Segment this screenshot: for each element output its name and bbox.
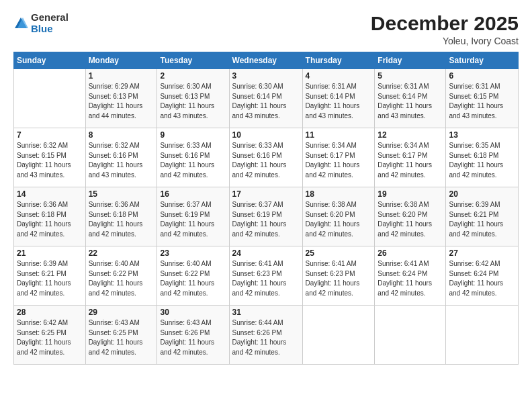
day-number: 23 <box>160 248 226 258</box>
day-info: Sunrise: 6:38 AMSunset: 6:20 PMDaylight:… <box>378 200 443 239</box>
subtitle: Yoleu, Ivory Coast <box>371 36 519 46</box>
day-number: 30 <box>160 308 226 317</box>
day-info: Sunrise: 6:29 AMSunset: 6:13 PMDaylight:… <box>89 82 154 121</box>
calendar-cell: 25Sunrise: 6:41 AMSunset: 6:23 PMDayligh… <box>302 246 375 306</box>
calendar-cell: 21Sunrise: 6:39 AMSunset: 6:21 PMDayligh… <box>14 246 86 306</box>
calendar-cell: 23Sunrise: 6:40 AMSunset: 6:22 PMDayligh… <box>157 246 229 306</box>
title-area: December 2025 Yoleu, Ivory Coast <box>371 12 519 46</box>
day-number: 9 <box>160 130 226 140</box>
logo-text: General Blue <box>31 12 69 34</box>
day-number: 2 <box>160 71 226 81</box>
calendar-cell: 10Sunrise: 6:33 AMSunset: 6:16 PMDayligh… <box>229 128 302 187</box>
main-title: December 2025 <box>371 12 519 34</box>
day-number: 21 <box>17 248 83 258</box>
calendar-cell: 16Sunrise: 6:37 AMSunset: 6:19 PMDayligh… <box>157 187 229 246</box>
day-info: Sunrise: 6:44 AMSunset: 6:26 PMDaylight:… <box>232 318 300 357</box>
day-info: Sunrise: 6:31 AMSunset: 6:14 PMDaylight:… <box>378 82 443 121</box>
calendar-week: 1Sunrise: 6:29 AMSunset: 6:13 PMDaylight… <box>14 69 519 128</box>
logo-general: General <box>31 12 69 24</box>
calendar-cell: 29Sunrise: 6:43 AMSunset: 6:25 PMDayligh… <box>85 306 157 365</box>
day-number: 15 <box>89 189 154 199</box>
calendar-cell: 24Sunrise: 6:41 AMSunset: 6:23 PMDayligh… <box>229 246 302 306</box>
calendar-cell: 31Sunrise: 6:44 AMSunset: 6:26 PMDayligh… <box>229 306 302 365</box>
calendar-cell: 11Sunrise: 6:34 AMSunset: 6:17 PMDayligh… <box>302 128 375 187</box>
day-info: Sunrise: 6:35 AMSunset: 6:18 PMDaylight:… <box>449 141 515 180</box>
header-day: Wednesday <box>229 52 302 69</box>
day-info: Sunrise: 6:38 AMSunset: 6:20 PMDaylight:… <box>306 200 372 239</box>
day-info: Sunrise: 6:34 AMSunset: 6:17 PMDaylight:… <box>306 141 372 180</box>
calendar-header: SundayMondayTuesdayWednesdayThursdayFrid… <box>14 52 519 69</box>
calendar-week: 14Sunrise: 6:36 AMSunset: 6:18 PMDayligh… <box>14 187 519 246</box>
calendar-cell: 4Sunrise: 6:31 AMSunset: 6:14 PMDaylight… <box>302 69 375 128</box>
day-info: Sunrise: 6:42 AMSunset: 6:24 PMDaylight:… <box>449 259 515 298</box>
day-number: 27 <box>449 248 515 258</box>
calendar-cell: 22Sunrise: 6:40 AMSunset: 6:22 PMDayligh… <box>85 246 157 306</box>
header-row: SundayMondayTuesdayWednesdayThursdayFrid… <box>14 52 519 69</box>
day-number: 17 <box>232 189 300 199</box>
calendar-cell: 8Sunrise: 6:32 AMSunset: 6:16 PMDaylight… <box>85 128 157 187</box>
day-number: 14 <box>17 189 83 199</box>
day-number: 18 <box>306 189 372 199</box>
day-info: Sunrise: 6:37 AMSunset: 6:19 PMDaylight:… <box>160 200 226 239</box>
calendar-cell <box>446 306 519 365</box>
day-info: Sunrise: 6:34 AMSunset: 6:17 PMDaylight:… <box>378 141 443 180</box>
day-number: 31 <box>232 308 300 317</box>
day-info: Sunrise: 6:31 AMSunset: 6:15 PMDaylight:… <box>449 82 515 121</box>
day-number: 20 <box>449 189 515 199</box>
calendar-table: SundayMondayTuesdayWednesdayThursdayFrid… <box>13 52 519 365</box>
calendar-cell: 9Sunrise: 6:33 AMSunset: 6:16 PMDaylight… <box>157 128 229 187</box>
calendar-week: 21Sunrise: 6:39 AMSunset: 6:21 PMDayligh… <box>14 246 519 306</box>
day-number: 6 <box>449 71 515 81</box>
day-info: Sunrise: 6:31 AMSunset: 6:14 PMDaylight:… <box>306 82 372 121</box>
day-info: Sunrise: 6:32 AMSunset: 6:16 PMDaylight:… <box>89 141 154 180</box>
calendar-cell: 5Sunrise: 6:31 AMSunset: 6:14 PMDaylight… <box>375 69 446 128</box>
day-info: Sunrise: 6:43 AMSunset: 6:25 PMDaylight:… <box>89 318 154 357</box>
day-info: Sunrise: 6:39 AMSunset: 6:21 PMDaylight:… <box>17 259 83 298</box>
header-day: Sunday <box>14 52 86 69</box>
header-day: Saturday <box>446 52 519 69</box>
calendar-cell <box>375 306 446 365</box>
header-day: Monday <box>85 52 157 69</box>
calendar-cell: 19Sunrise: 6:38 AMSunset: 6:20 PMDayligh… <box>375 187 446 246</box>
calendar-cell: 3Sunrise: 6:30 AMSunset: 6:14 PMDaylight… <box>229 69 302 128</box>
calendar-cell: 27Sunrise: 6:42 AMSunset: 6:24 PMDayligh… <box>446 246 519 306</box>
calendar-cell: 30Sunrise: 6:43 AMSunset: 6:26 PMDayligh… <box>157 306 229 365</box>
day-number: 13 <box>449 130 515 140</box>
logo: General Blue <box>13 12 69 34</box>
calendar-cell: 20Sunrise: 6:39 AMSunset: 6:21 PMDayligh… <box>446 187 519 246</box>
day-number: 24 <box>232 248 300 258</box>
calendar-cell: 28Sunrise: 6:42 AMSunset: 6:25 PMDayligh… <box>14 306 86 365</box>
day-info: Sunrise: 6:36 AMSunset: 6:18 PMDaylight:… <box>89 200 154 239</box>
day-number: 8 <box>89 130 154 140</box>
calendar-cell: 12Sunrise: 6:34 AMSunset: 6:17 PMDayligh… <box>375 128 446 187</box>
day-number: 3 <box>232 71 300 81</box>
day-number: 25 <box>306 248 372 258</box>
calendar-cell: 18Sunrise: 6:38 AMSunset: 6:20 PMDayligh… <box>302 187 375 246</box>
logo-icon <box>13 16 28 31</box>
calendar-cell: 1Sunrise: 6:29 AMSunset: 6:13 PMDaylight… <box>85 69 157 128</box>
calendar-body: 1Sunrise: 6:29 AMSunset: 6:13 PMDaylight… <box>14 69 519 365</box>
day-info: Sunrise: 6:41 AMSunset: 6:23 PMDaylight:… <box>306 259 372 298</box>
day-info: Sunrise: 6:32 AMSunset: 6:15 PMDaylight:… <box>17 141 83 180</box>
day-number: 16 <box>160 189 226 199</box>
day-number: 10 <box>232 130 300 140</box>
day-number: 12 <box>378 130 443 140</box>
calendar-week: 28Sunrise: 6:42 AMSunset: 6:25 PMDayligh… <box>14 306 519 365</box>
day-info: Sunrise: 6:33 AMSunset: 6:16 PMDaylight:… <box>232 141 300 180</box>
day-number: 26 <box>378 248 443 258</box>
day-number: 11 <box>306 130 372 140</box>
calendar-page: General Blue December 2025 Yoleu, Ivory … <box>0 0 532 411</box>
day-number: 1 <box>89 71 154 81</box>
header-day: Thursday <box>302 52 375 69</box>
day-info: Sunrise: 6:36 AMSunset: 6:18 PMDaylight:… <box>17 200 83 239</box>
calendar-cell: 15Sunrise: 6:36 AMSunset: 6:18 PMDayligh… <box>85 187 157 246</box>
calendar-cell: 7Sunrise: 6:32 AMSunset: 6:15 PMDaylight… <box>14 128 86 187</box>
day-info: Sunrise: 6:30 AMSunset: 6:14 PMDaylight:… <box>232 82 300 121</box>
day-number: 29 <box>89 308 154 317</box>
calendar-cell: 6Sunrise: 6:31 AMSunset: 6:15 PMDaylight… <box>446 69 519 128</box>
day-number: 5 <box>378 71 443 81</box>
day-info: Sunrise: 6:33 AMSunset: 6:16 PMDaylight:… <box>160 141 226 180</box>
header-day: Friday <box>375 52 446 69</box>
header-day: Tuesday <box>157 52 229 69</box>
day-number: 28 <box>17 308 83 317</box>
